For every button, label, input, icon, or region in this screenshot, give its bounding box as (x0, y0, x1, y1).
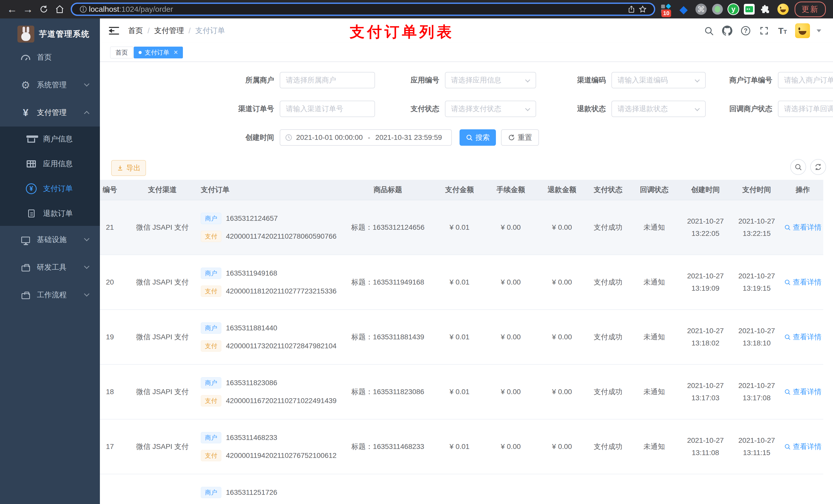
content-area: 所属商户 应用编号 渠道编码 商户订单编号 渠道订单号 支付状态 退款状态 (100, 62, 833, 504)
filter-pay-status: 支付状态 (383, 101, 536, 117)
sidebar-item-workflow[interactable]: 工作流程 (0, 281, 100, 309)
col-channel: 支付渠道 (129, 185, 196, 195)
user-menu-caret-icon[interactable] (817, 29, 821, 34)
workflow-icon (20, 291, 31, 299)
view-detail-link[interactable]: 查看详情 (784, 222, 822, 232)
profile-avatar-icon[interactable] (777, 3, 789, 16)
grid-icon (26, 160, 37, 167)
tags-view-bar: 首页 支付订单 ✕ (100, 43, 833, 62)
merchant-tag: 商户 (201, 432, 221, 443)
refresh-icon (814, 163, 822, 171)
merchant-select-input[interactable] (286, 76, 369, 84)
show-search-toggle-button[interactable] (790, 159, 806, 175)
refund-status-select-input[interactable] (618, 105, 699, 113)
notify-status: 未通知 (628, 387, 680, 397)
sidebar-item-pay-order[interactable]: ¥ 支付订单 (0, 176, 100, 201)
tab-pay-order[interactable]: 支付订单 ✕ (134, 47, 183, 58)
browser-menu-icon[interactable]: ⋮ (829, 4, 833, 15)
extension-kite-icon[interactable]: ◆ (677, 3, 690, 16)
bookmark-star-icon[interactable] (637, 4, 648, 15)
app-id-select-input[interactable] (451, 76, 530, 84)
sidebar-item-system[interactable]: ⚙ 系统管理 (0, 71, 100, 99)
close-tab-icon[interactable]: ✕ (173, 49, 178, 56)
channel-code-select-input[interactable] (618, 76, 699, 84)
collapse-sidebar-icon[interactable] (109, 27, 119, 34)
extensions-puzzle-icon[interactable] (759, 3, 772, 16)
header-actions: ? TT (703, 19, 833, 43)
col-id: 编号 (100, 185, 129, 195)
home-icon[interactable] (52, 2, 68, 17)
active-tab-dot (139, 51, 142, 54)
refresh-table-button[interactable] (810, 159, 826, 175)
sidebar-item-app-info[interactable]: 应用信息 (0, 151, 100, 176)
extension-chat-icon[interactable] (744, 4, 755, 15)
page-title: 支付订单列表 (350, 22, 454, 42)
merchant-order-line: 商户 1635312124657 (201, 213, 278, 224)
view-detail-link[interactable]: 查看详情 (784, 442, 822, 452)
pay-order-no: 4200001194202110276752100612 (226, 452, 337, 460)
github-icon[interactable] (721, 25, 733, 37)
yen-icon: ¥ (20, 108, 31, 118)
pay-order-line: 支付 4200001174202110278060590766 (201, 231, 337, 242)
pay-amount: ¥ 0.01 (434, 333, 485, 341)
pay-channel: 微信 JSAPI 支付 (129, 278, 196, 287)
reset-button[interactable]: 重置 (501, 129, 539, 146)
notify-status-select-input[interactable] (784, 105, 833, 113)
sidebar-item-infrastructure[interactable]: 基础设施 (0, 226, 100, 254)
sidebar-menu: 首页 ⚙ 系统管理 ¥ 支付管理 商户信息 应用信息 ¥ 支付订单 (0, 44, 100, 309)
site-info-icon[interactable] (78, 4, 89, 15)
merchant-order-line: 商户 1635311881440 (201, 322, 277, 334)
extension-record-icon[interactable] (712, 4, 723, 15)
main-area: 首页 / 支付管理 / 支付订单 支付订单列表 ? TT 首页 (100, 19, 833, 504)
table-header: 编号 支付渠道 支付订单 商品标题 支付金额 手续金额 退款金额 支付状态 回调… (100, 180, 823, 200)
view-detail-link[interactable]: 查看详情 (784, 387, 822, 397)
search-button[interactable]: 搜索 (459, 129, 496, 146)
breadcrumb-pay-mgmt[interactable]: 支付管理 (154, 26, 184, 36)
filter-channel-order-no: 渠道订单号 (218, 101, 375, 117)
sidebar-item-home[interactable]: 首页 (0, 44, 100, 71)
pay-status: 支付成功 (588, 222, 628, 232)
font-size-icon[interactable]: TT (777, 25, 788, 37)
pay-status-select-input[interactable] (451, 105, 530, 113)
forward-icon[interactable]: → (20, 2, 36, 17)
sidebar-item-merchant-info[interactable]: 商户信息 (0, 126, 100, 151)
tab-home[interactable]: 首页 (110, 47, 133, 58)
extension-grid-icon[interactable]: 10 (660, 3, 673, 16)
app-header: 首页 / 支付管理 / 支付订单 支付订单列表 ? TT (100, 19, 833, 43)
col-pay-order: 支付订单 (196, 185, 342, 195)
help-icon[interactable]: ? (740, 25, 752, 37)
chrome-update-button[interactable]: 更新 (794, 2, 826, 17)
search-icon (784, 334, 791, 340)
export-button[interactable]: 导出 (111, 160, 146, 176)
sidebar-item-payment[interactable]: ¥ 支付管理 (0, 99, 100, 126)
sidebar-item-dev-tools[interactable]: 研发工具 (0, 254, 100, 281)
sidebar-item-refund-order[interactable]: 退款订单 (0, 201, 100, 226)
actions-cell: 查看详情 (782, 278, 823, 287)
toolbox-icon (20, 263, 31, 271)
merchant-order-line: 商户 1635311949168 (201, 268, 277, 279)
extension-command-icon[interactable]: ⌘ (695, 3, 708, 16)
fullscreen-icon[interactable] (758, 25, 770, 37)
share-icon[interactable] (626, 4, 637, 15)
actions-cell: 查看详情 (782, 387, 823, 397)
view-detail-link[interactable]: 查看详情 (784, 332, 822, 342)
pay-order-no: 4200001181202110277723215336 (226, 287, 337, 295)
table-body: 21 微信 JSAPI 支付 商户 1635312124657 支付 42000… (100, 200, 823, 504)
filter-merchant-order-no: 商户订单编号 (716, 72, 833, 88)
col-paid: 支付时间 (731, 185, 782, 195)
merchant-order-no-input[interactable] (784, 76, 833, 84)
reload-icon[interactable] (36, 2, 52, 17)
address-bar[interactable]: localhost:1024/pay/order (71, 3, 655, 16)
pay-tag: 支付 (201, 231, 221, 242)
back-icon[interactable]: ← (4, 2, 20, 17)
search-icon[interactable] (703, 25, 715, 37)
view-detail-link[interactable]: 查看详情 (784, 278, 822, 287)
extension-y-icon[interactable]: y (728, 3, 739, 15)
order-id: 19 (100, 333, 129, 341)
date-range-input[interactable]: 2021-10-01 00:00:00 - 2021-10-31 23:59:5… (280, 129, 452, 146)
merchant-tag: 商户 (201, 487, 221, 498)
user-avatar[interactable] (795, 23, 810, 38)
notify-status: 未通知 (628, 222, 680, 232)
breadcrumb-home[interactable]: 首页 (128, 26, 143, 36)
channel-order-no-input[interactable] (286, 105, 369, 113)
